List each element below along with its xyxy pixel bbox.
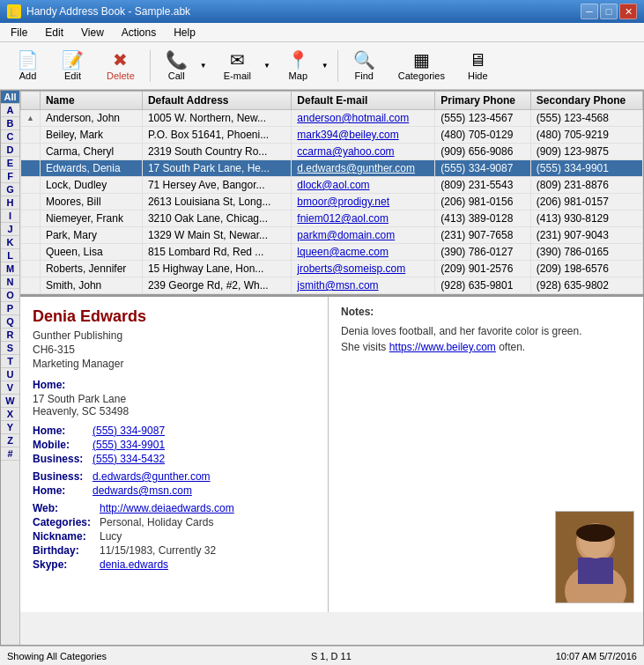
- alpha-w[interactable]: W: [1, 395, 19, 408]
- contact-email-cell: jsmith@msn.com: [292, 277, 435, 294]
- find-button[interactable]: 🔍 Find: [344, 47, 385, 85]
- contact-email-cell: fniem012@aol.com: [292, 211, 435, 227]
- contact-address-cell: 15 Highway Lane, Hon...: [142, 261, 291, 277]
- alpha-o[interactable]: O: [1, 289, 19, 302]
- table-row[interactable]: Edwards, Denia 17 South Park Lane, He...…: [21, 160, 643, 177]
- email-link-2[interactable]: dedwards@msn.com: [93, 484, 192, 497]
- alpha-i[interactable]: I: [1, 210, 19, 223]
- sort-indicator: [21, 211, 41, 227]
- alpha-d[interactable]: D: [1, 144, 19, 157]
- table-row[interactable]: ▲ Anderson, John 1005 W. Northern, New..…: [21, 110, 643, 127]
- window-title: Handy Address Book - Sample.abk: [26, 5, 190, 18]
- phone-link-3[interactable]: (555) 334-5432: [93, 453, 165, 465]
- call-dropdown-arrow[interactable]: ▼: [196, 47, 211, 85]
- skype-label: Skype:: [33, 558, 96, 571]
- alpha-l[interactable]: L: [1, 249, 19, 262]
- close-button[interactable]: ✕: [619, 4, 637, 19]
- alpha-r[interactable]: R: [1, 329, 19, 342]
- alpha-u[interactable]: U: [1, 368, 19, 381]
- web-link[interactable]: http://www.deiaedwards.com: [100, 502, 234, 514]
- alpha-p[interactable]: P: [1, 302, 19, 315]
- sort-indicator: [21, 127, 41, 144]
- table-row[interactable]: Queen, Lisa 815 Lombard Rd, Red ... lque…: [21, 244, 643, 261]
- map-button-group: 📍 Map ▼: [278, 47, 332, 85]
- table-row[interactable]: Lock, Dudley 71 Hersey Ave, Bangor... dl…: [21, 177, 643, 194]
- maximize-button[interactable]: □: [600, 4, 618, 19]
- delete-button[interactable]: ✖ Delete: [97, 47, 144, 85]
- notes-text-3: often.: [496, 341, 525, 353]
- email-row-1: Business: d.edwards@gunther.com: [33, 470, 315, 483]
- map-dropdown-arrow[interactable]: ▼: [318, 47, 332, 85]
- email-button-group: ✉ E-mail ▼: [214, 47, 274, 85]
- alpha-all[interactable]: All: [1, 91, 19, 104]
- email-dropdown-arrow[interactable]: ▼: [260, 47, 274, 85]
- alpha-q[interactable]: Q: [1, 315, 19, 329]
- contact-secondary-phone-cell: (390) 786-0165: [530, 244, 642, 261]
- notes-link[interactable]: https://www.beiley.com: [389, 341, 496, 353]
- add-button[interactable]: 📄 Add: [7, 47, 48, 85]
- menu-help[interactable]: Help: [167, 25, 203, 41]
- menu-view[interactable]: View: [74, 25, 111, 41]
- alpha-z[interactable]: Z: [1, 434, 19, 447]
- email-label: E-mail: [224, 70, 251, 81]
- alpha-f[interactable]: F: [1, 170, 19, 183]
- col-address[interactable]: Default Address: [142, 92, 291, 110]
- alpha-y[interactable]: Y: [1, 421, 19, 434]
- table-row[interactable]: Park, Mary 1329 W Main St, Newar... park…: [21, 227, 643, 244]
- alpha-k[interactable]: K: [1, 236, 19, 249]
- detail-title: Marketing Manager: [33, 358, 315, 370]
- alpha-x[interactable]: X: [1, 408, 19, 421]
- alpha-v[interactable]: V: [1, 381, 19, 395]
- contact-name-cell: Park, Mary: [40, 227, 142, 244]
- edit-button[interactable]: 📝 Edit: [52, 47, 93, 85]
- alpha-j[interactable]: J: [1, 223, 19, 236]
- detail-right: Notes: Denia loves football, and her fav…: [329, 297, 643, 612]
- minimize-button[interactable]: ─: [581, 4, 598, 19]
- contact-name-cell: Lock, Dudley: [40, 177, 142, 194]
- bday-value: 11/15/1983, Currently 32: [100, 544, 216, 557]
- table-row[interactable]: Beiley, Mark P.O. Box 51641, Phoeni... m…: [21, 127, 643, 144]
- contact-address-cell: 3210 Oak Lane, Chicag...: [142, 211, 291, 227]
- notes-title: Notes:: [341, 306, 631, 318]
- phone-link-2[interactable]: (555) 334-9901: [93, 439, 165, 451]
- alpha-hash[interactable]: #: [1, 447, 19, 461]
- alpha-s[interactable]: S: [1, 342, 19, 355]
- contact-email-cell: anderson@hotmail.com: [292, 110, 435, 127]
- alpha-h[interactable]: H: [1, 196, 19, 210]
- alpha-e[interactable]: E: [1, 157, 19, 170]
- call-button[interactable]: 📞 Call: [156, 47, 196, 85]
- col-secondary-phone[interactable]: Secondary Phone: [530, 92, 642, 110]
- col-primary-phone[interactable]: Primary Phone: [435, 92, 531, 110]
- contact-address-cell: 815 Lombard Rd, Red ...: [142, 244, 291, 261]
- col-email[interactable]: Default E-mail: [292, 92, 435, 110]
- phone-label-1: Home:: [33, 425, 89, 437]
- phone-link-1[interactable]: (555) 334-9087: [93, 425, 165, 437]
- table-row[interactable]: Smith, John 239 George Rd, #2, Wh... jsm…: [21, 277, 643, 294]
- table-row[interactable]: Roberts, Jennifer 15 Highway Lane, Hon..…: [21, 261, 643, 277]
- categories-button[interactable]: ▦ Categories: [389, 47, 455, 85]
- sort-col[interactable]: [21, 92, 41, 110]
- alpha-n[interactable]: N: [1, 276, 19, 289]
- skype-link[interactable]: denia.edwards: [100, 558, 168, 571]
- sort-indicator: [21, 261, 41, 277]
- table-row[interactable]: Carma, Cheryl 2319 South Country Ro... c…: [21, 144, 643, 160]
- detail-panel: Denia Edwards Gunther Publishing CH6-315…: [20, 295, 643, 612]
- alpha-b[interactable]: B: [1, 117, 19, 130]
- hide-button[interactable]: 🖥 Hide: [458, 47, 498, 85]
- alpha-a[interactable]: A: [1, 104, 19, 117]
- menu-edit[interactable]: Edit: [38, 25, 70, 41]
- home-address-2: Heavenly, SC 53498: [33, 405, 315, 417]
- col-name[interactable]: Name: [40, 92, 142, 110]
- menu-file[interactable]: File: [4, 25, 34, 41]
- map-button[interactable]: 📍 Map: [278, 47, 318, 85]
- email-button[interactable]: ✉ E-mail: [214, 47, 260, 85]
- alpha-c[interactable]: C: [1, 130, 19, 144]
- alpha-t[interactable]: T: [1, 355, 19, 368]
- menu-actions[interactable]: Actions: [115, 25, 163, 41]
- hide-icon: 🖥: [469, 51, 486, 69]
- table-row[interactable]: Moores, Bill 2613 Louisiana St, Long... …: [21, 194, 643, 211]
- table-row[interactable]: Niemeyer, Frank 3210 Oak Lane, Chicag...…: [21, 211, 643, 227]
- email-link-1[interactable]: d.edwards@gunther.com: [93, 470, 211, 483]
- alpha-m[interactable]: M: [1, 262, 19, 276]
- alpha-g[interactable]: G: [1, 183, 19, 196]
